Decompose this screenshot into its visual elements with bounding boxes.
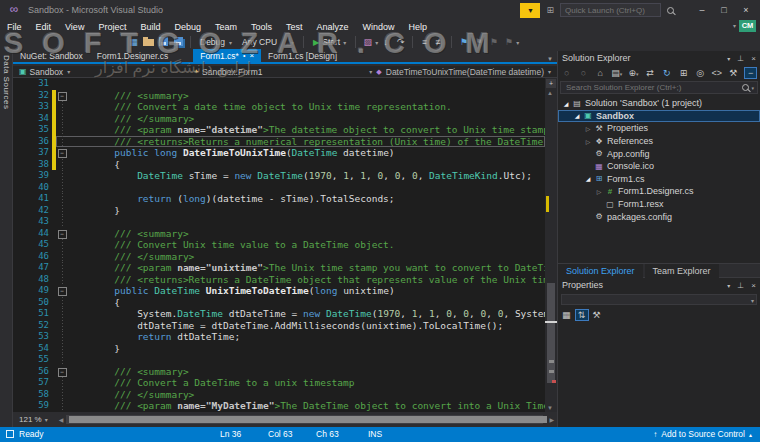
debug-target-dropdown[interactable]: Debug▾: [195, 35, 237, 49]
minimize-icon[interactable]: –: [694, 5, 710, 15]
pending-changes-filter-icon[interactable]: ⊕▾: [628, 68, 640, 78]
member-prev-caret-icon[interactable]: ▾: [369, 68, 372, 75]
notifications-icon[interactable]: ▼: [520, 3, 540, 18]
code-line[interactable]: 35 /// <param name="datetime">The dateti…: [13, 124, 545, 136]
code-line[interactable]: 54 }: [13, 343, 545, 355]
code-line[interactable]: 44 /// <summary>: [13, 228, 545, 240]
avatar[interactable]: CM: [739, 20, 756, 32]
menu-view[interactable]: View: [58, 22, 91, 32]
code-line[interactable]: 36 /// <returns>Returns a numerical repr…: [13, 136, 545, 148]
menu-help[interactable]: Help: [402, 22, 435, 32]
horizontal-scroll-thumb[interactable]: [69, 416, 547, 423]
alphabetical-icon[interactable]: ⇅: [575, 309, 589, 321]
bookmark-icon[interactable]: ⚑: [456, 37, 471, 47]
menu-team[interactable]: Team: [208, 22, 244, 32]
add-to-source-control-button[interactable]: ↑ Add to Source Control ▴: [653, 429, 752, 439]
editor-horizontal-scrollbar[interactable]: [66, 415, 543, 424]
code-line[interactable]: 34 /// </summary>: [13, 113, 545, 125]
chevron-collapsed-icon[interactable]: ▷: [594, 188, 604, 195]
chevron-collapsed-icon[interactable]: ▷: [583, 138, 593, 145]
menu-test[interactable]: Test: [279, 22, 310, 32]
panel-menu-caret-icon[interactable]: ▾: [727, 282, 730, 289]
code-editor[interactable]: 3132 /// <summary>33 /// Convert a date …: [13, 78, 545, 412]
chevron-expanded-icon[interactable]: ◢: [561, 100, 571, 107]
tree-item-packages-config[interactable]: packages.config: [558, 210, 760, 223]
tree-item-properties[interactable]: ▷Properties: [558, 122, 760, 135]
code-line[interactable]: 59 /// <param name="MyDateTime">The Date…: [13, 400, 545, 412]
nested-file-icon[interactable]: ⊞: [678, 68, 690, 78]
show-all-files-icon[interactable]: ◎: [694, 68, 706, 78]
scroll-right-icon[interactable]: ▶: [546, 416, 557, 423]
scroll-down-icon[interactable]: ▼: [547, 405, 553, 411]
search-icon[interactable]: [742, 84, 749, 91]
view-code-icon[interactable]: <>: [711, 68, 723, 78]
zoom-caret-icon[interactable]: ▾: [45, 416, 48, 423]
open-folder-icon[interactable]: [141, 37, 156, 48]
tab-form1-cs[interactable]: Form1.cs*•×: [193, 49, 261, 62]
save-icon[interactable]: [156, 37, 171, 48]
code-line[interactable]: 46 /// </summary>: [13, 251, 545, 263]
zoom-level[interactable]: 121 %: [13, 415, 45, 424]
code-line[interactable]: 51 System.DateTime dtDateTime = new Date…: [13, 308, 545, 320]
tree-item-form1-resx[interactable]: Form1.resx: [558, 198, 760, 211]
tree-item-solution-sandbox-1-project[interactable]: ◢Solution 'Sandbox' (1 project): [558, 97, 760, 110]
tree-item-sandbox[interactable]: ◢Sandbox: [558, 110, 760, 123]
collapse-region-icon[interactable]: [56, 366, 69, 378]
start-debug-button[interactable]: ▶ Start▾: [308, 37, 351, 47]
tree-item-form1-cs[interactable]: ◢Form1.cs: [558, 173, 760, 186]
tree-item-references[interactable]: ▷References: [558, 135, 760, 148]
code-line[interactable]: 58 /// </summary>: [13, 389, 545, 401]
code-line[interactable]: 42 }: [13, 205, 545, 217]
switch-views-icon[interactable]: ▤▾: [611, 68, 623, 78]
code-line[interactable]: 37 public long DateTimeToUnixTime(DateTi…: [13, 147, 545, 159]
scroll-left-icon[interactable]: ◀: [56, 416, 67, 423]
chevron-expanded-icon[interactable]: ◢: [572, 112, 582, 119]
attach-icon[interactable]: ▨: [360, 37, 375, 47]
split-window-icon[interactable]: +: [546, 79, 556, 88]
refresh-icon[interactable]: ↻: [661, 68, 673, 78]
tab-form1-designer-cs[interactable]: Form1.Designer.cs: [90, 49, 175, 62]
new-item-icon[interactable]: ▦: [126, 37, 141, 47]
menu-tools[interactable]: Tools: [244, 22, 279, 32]
collapse-all-icon[interactable]: −: [744, 67, 757, 79]
platform-dropdown[interactable]: Any CPU▾: [237, 35, 299, 49]
code-line[interactable]: 33 /// Convert a date time object to Uni…: [13, 101, 545, 113]
code-line[interactable]: 43: [13, 216, 545, 228]
tree-item-form1-designer-cs[interactable]: ▷Form1.Designer.cs: [558, 185, 760, 198]
code-line[interactable]: 41 return (long)(datetime - sTime).Total…: [13, 193, 545, 205]
account-caret-icon[interactable]: ▾: [733, 22, 736, 29]
feedback-icon[interactable]: ⊞: [546, 5, 554, 15]
tree-item-app-config[interactable]: App.config: [558, 147, 760, 160]
property-pages-icon[interactable]: ⚒: [593, 310, 601, 320]
pin-icon[interactable]: ⊥: [737, 54, 744, 63]
member-caret-icon[interactable]: ▾: [548, 68, 551, 75]
code-line[interactable]: 52 dtDateTime = dtDateTime.AddMillisecon…: [13, 320, 545, 332]
code-line[interactable]: 49 public DateTime UnixTimeToDateTime(lo…: [13, 285, 545, 297]
chevron-collapsed-icon[interactable]: ▷: [583, 125, 593, 132]
sync-icon[interactable]: ⇄: [644, 68, 656, 78]
breadcrumb-project[interactable]: Sandbox: [30, 67, 64, 77]
code-line[interactable]: 57 /// Convert a DateTime to a unix time…: [13, 377, 545, 389]
breadcrumb-member[interactable]: DateTimeToUnixTime(DateTime datetime): [386, 67, 544, 77]
forward-icon[interactable]: ○: [578, 68, 590, 78]
maximize-icon[interactable]: □: [716, 5, 732, 15]
bookmark-clear-icon[interactable]: ⚑: [501, 37, 516, 47]
tab-list-caret-icon[interactable]: ▼: [547, 56, 557, 62]
step-over-icon[interactable]: ↷: [393, 37, 408, 47]
back-icon[interactable]: ○: [561, 68, 573, 78]
tree-item-console-ico[interactable]: Console.ico: [558, 160, 760, 173]
code-line[interactable]: 50 {: [13, 297, 545, 309]
close-tab-icon[interactable]: ×: [249, 51, 254, 60]
code-line[interactable]: 40: [13, 182, 545, 194]
search-caret-icon[interactable]: ▾: [751, 85, 754, 91]
properties-icon[interactable]: ⚒: [728, 68, 740, 78]
menu-edit[interactable]: Edit: [29, 22, 59, 32]
code-line[interactable]: 48 /// <returns>Returns a DateTime objec…: [13, 274, 545, 286]
properties-object-combobox[interactable]: ▾: [561, 294, 757, 305]
close-panel-icon[interactable]: ×: [751, 54, 756, 63]
menu-debug[interactable]: Debug: [167, 22, 208, 32]
close-panel-icon[interactable]: ×: [751, 281, 756, 290]
code-line[interactable]: 31: [13, 78, 545, 90]
code-line[interactable]: 55: [13, 354, 545, 366]
collapse-region-icon[interactable]: [56, 285, 69, 297]
